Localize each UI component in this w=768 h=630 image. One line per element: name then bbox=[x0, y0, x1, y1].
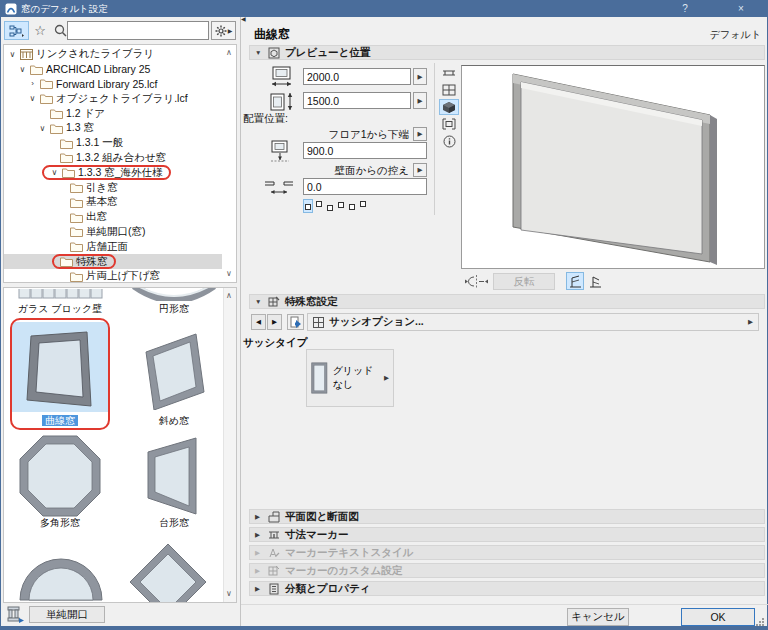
tree-scroll-down-icon[interactable]: ∨ bbox=[223, 268, 235, 280]
section-marker-text-style: ▶ マーカーテキストスタイル bbox=[249, 545, 765, 560]
settings-gear-button[interactable]: ▶ bbox=[211, 21, 236, 40]
object-subtype-icon[interactable] bbox=[6, 605, 26, 624]
view-3d-icon[interactable] bbox=[439, 99, 459, 115]
sash-type-thumb bbox=[311, 357, 328, 399]
search-input[interactable] bbox=[67, 21, 209, 40]
next-page-button[interactable]: ▶ bbox=[267, 314, 282, 330]
tree-item-overseas-windows[interactable]: ∨1.3.3 窓_海外仕様 bbox=[4, 165, 236, 180]
reveal-input[interactable] bbox=[303, 178, 427, 195]
expand-arrow-icon[interactable]: ∨ bbox=[18, 65, 27, 74]
red-annotation-ring: ∨1.3.3 窓_海外仕様 bbox=[42, 165, 171, 180]
section-dimension-marker[interactable]: ▶ 寸法マーカー bbox=[249, 527, 765, 542]
view-elevation-icon[interactable] bbox=[439, 82, 459, 98]
marker-custom-icon bbox=[268, 565, 280, 577]
help-button[interactable]: ? bbox=[671, 1, 699, 17]
info-icon[interactable] bbox=[439, 133, 459, 149]
close-button[interactable]: × bbox=[727, 1, 755, 17]
transfer-settings-button[interactable] bbox=[287, 314, 304, 330]
opening-orientation-left-button[interactable] bbox=[566, 272, 584, 290]
width-flyout-button[interactable]: ▶ bbox=[413, 68, 427, 85]
section-special-window-settings[interactable]: ▼ 特殊窓設定 bbox=[249, 294, 765, 309]
width-input[interactable] bbox=[303, 68, 411, 85]
browse-library-button[interactable] bbox=[4, 21, 29, 40]
thumb-label: 多角形窓 bbox=[8, 516, 112, 530]
tree-item-storefront[interactable]: 店舗正面 bbox=[4, 239, 236, 254]
thumb-circular-window[interactable] bbox=[132, 288, 216, 301]
ok-button[interactable]: OK bbox=[681, 608, 755, 626]
thumb-trapezoid-window[interactable] bbox=[144, 434, 200, 518]
thumb-label: ガラス ブロック壁 bbox=[8, 302, 112, 316]
browse-hierarchy-icon bbox=[9, 25, 24, 37]
grid-scrollbar[interactable] bbox=[223, 288, 236, 602]
sill-height-input[interactable] bbox=[303, 142, 427, 159]
folder-icon bbox=[30, 64, 43, 75]
opening-orientation-right-button[interactable] bbox=[586, 272, 604, 290]
strip-divider bbox=[434, 63, 435, 215]
flip-button[interactable]: 反転 bbox=[493, 273, 555, 290]
anchor-option-6[interactable] bbox=[358, 199, 368, 213]
expand-arrow-icon[interactable]: ∨ bbox=[28, 94, 37, 103]
anchor-option-3[interactable] bbox=[325, 199, 335, 213]
height-flyout-button[interactable]: ▶ bbox=[413, 92, 427, 109]
tree-item-double-hung[interactable]: 片両上げ下げ窓 bbox=[4, 269, 236, 283]
folder-icon bbox=[70, 182, 83, 193]
view-section-icon[interactable] bbox=[439, 116, 459, 132]
title-bar[interactable]: 窓のデフォルト設定 ? × bbox=[1, 1, 767, 17]
tree-item-simple-opening[interactable]: 単純開口(窓) bbox=[4, 225, 236, 240]
thumb-glass-block-wall[interactable] bbox=[18, 289, 104, 301]
grid-scroll-down-icon[interactable]: ∨ bbox=[223, 588, 235, 600]
anchor-option-5[interactable] bbox=[347, 199, 357, 213]
resize-grip[interactable] bbox=[756, 618, 764, 626]
collapse-arrow-icon[interactable]: › bbox=[28, 79, 37, 88]
expand-arrow-icon[interactable]: ∨ bbox=[38, 124, 47, 133]
height-input[interactable] bbox=[303, 92, 411, 109]
tree-item-general[interactable]: 1.3.1 一般 bbox=[4, 136, 236, 151]
thumb-halfround-window[interactable] bbox=[18, 550, 104, 603]
sash-options-button[interactable]: サッシオプション... ▶ bbox=[307, 313, 759, 331]
sash-type-selector[interactable]: グリッドなし ▶ bbox=[306, 349, 394, 407]
grid-scroll-up-icon[interactable]: ∧ bbox=[223, 290, 235, 302]
expand-arrow-icon[interactable]: ∨ bbox=[8, 50, 17, 59]
anchor-option-4[interactable] bbox=[336, 199, 346, 213]
cancel-button[interactable]: キャンセル bbox=[567, 608, 629, 626]
expand-arrow-icon[interactable]: ∨ bbox=[50, 168, 59, 177]
anchor-option-2[interactable] bbox=[314, 199, 324, 213]
reveal-flyout-button[interactable]: ▶ bbox=[413, 163, 427, 177]
tree-item-windows[interactable]: ∨1.3 窓 bbox=[4, 121, 236, 136]
window-defaults-dialog: 窓のデフォルト設定 ? × ☆ ▶ ∨リンクされたライブラリ ∨ARCHICAD… bbox=[0, 0, 768, 630]
tree-item-object-library[interactable]: ∨オブジェクトライブラリ.lcf bbox=[4, 91, 236, 106]
tree-item-bay-window[interactable]: 出窓 bbox=[4, 210, 236, 225]
tree-item-linked-libraries[interactable]: ∨リンクされたライブラリ bbox=[4, 47, 236, 62]
panel-collapse-icon[interactable]: ◀ bbox=[241, 15, 246, 22]
thumb-diamond-window[interactable] bbox=[128, 542, 208, 603]
section-plan-and-section[interactable]: ▶ 平面図と断面図 bbox=[249, 509, 765, 524]
tree-item-combined-windows[interactable]: 1.3.2 組み合わせ窓 bbox=[4, 151, 236, 166]
section-preview-position[interactable]: ▼ プレビューと位置 bbox=[249, 45, 765, 60]
prev-page-button[interactable]: ◀ bbox=[251, 314, 266, 330]
section-title: 平面図と断面図 bbox=[285, 510, 359, 524]
library-icon bbox=[20, 49, 33, 60]
tree-item-doors[interactable]: 1.2 ドア bbox=[4, 106, 236, 121]
simple-opening-button[interactable]: 単純開口 bbox=[29, 606, 105, 623]
folder-icon bbox=[62, 167, 75, 178]
view-plan-icon[interactable] bbox=[439, 65, 459, 81]
favorites-star-icon[interactable]: ☆ bbox=[31, 21, 49, 40]
tree-scroll-up-icon[interactable]: ∧ bbox=[223, 47, 235, 59]
marker-text-style-icon bbox=[268, 547, 280, 559]
tree-item-archicad-library[interactable]: ∨ARCHICAD Library 25 bbox=[4, 62, 236, 77]
tree-item-sliding-window[interactable]: 引き窓 bbox=[4, 180, 236, 195]
section-closed-icon: ▶ bbox=[255, 585, 263, 593]
tree-item-basic-window[interactable]: 基本窓 bbox=[4, 195, 236, 210]
tree-item-forward-library[interactable]: ›Forward Library 25.lcf bbox=[4, 77, 236, 92]
object-thumbnail-grid: ガラス ブロック壁 円形窓 曲線窓 斜め窓 多角形窓 台形窓 ∧ ∨ bbox=[3, 287, 237, 603]
anchor-option-1[interactable] bbox=[303, 199, 313, 213]
section-classification-properties[interactable]: ▶ 分類とプロパティ bbox=[249, 581, 765, 596]
window-bottom-border bbox=[1, 626, 768, 630]
object-3d-preview[interactable] bbox=[461, 65, 765, 269]
thumb-polygon-window[interactable] bbox=[18, 434, 102, 518]
tree-item-special-windows[interactable]: 特殊窓 bbox=[4, 254, 222, 269]
thumb-curved-window[interactable] bbox=[25, 330, 95, 410]
thumb-slanted-window[interactable] bbox=[138, 330, 208, 410]
anchor-reference-flyout-button[interactable]: ▶ bbox=[413, 127, 427, 141]
classification-icon bbox=[268, 583, 280, 595]
